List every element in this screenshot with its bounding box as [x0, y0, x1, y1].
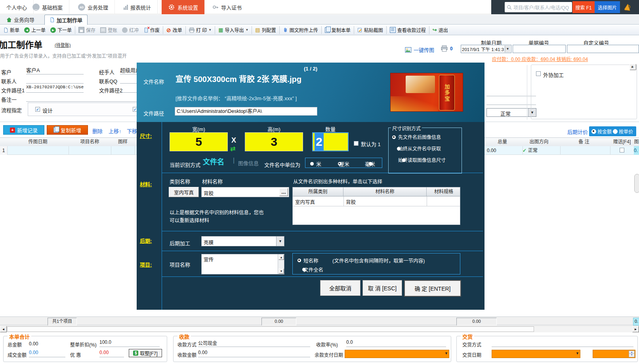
print-button[interactable]: 打 印 ▼	[187, 25, 214, 35]
amounts-summary[interactable]: 应付款：0.00 应收款：690.04 核销后: 690.04	[492, 55, 588, 62]
material-table-row[interactable]: 室内写真 背胶	[293, 196, 460, 206]
current-recog-alt[interactable]: 图像信息	[238, 159, 259, 167]
col-output-direction[interactable]: 出图方向	[520, 138, 558, 146]
balance-date-dropdown[interactable]: ▼	[345, 350, 449, 358]
attachment-upload-button[interactable]: 图文附件上传	[280, 25, 320, 35]
col-project-name[interactable]: 项目名称	[69, 138, 111, 146]
col-extra[interactable]: 图	[634, 138, 639, 146]
col-picture[interactable]: 图样	[111, 138, 135, 146]
date-input[interactable]: 2017/9/1 下午 1:41:3 ▼	[461, 45, 511, 53]
menu-import-certificate[interactable]: 导入证书	[206, 0, 248, 14]
column-config-button[interactable]: ▤ 列配置	[253, 25, 278, 35]
swap-icon[interactable]: ⇄	[230, 145, 235, 152]
paste-screenshot-button[interactable]: 粘贴截图	[355, 25, 385, 35]
col-gift[interactable]: 赠送[F4]	[610, 138, 634, 146]
width-input[interactable]: 5	[170, 132, 228, 151]
receipt-amount-field[interactable]: 0.00	[198, 350, 310, 357]
doc-no-input[interactable]	[513, 45, 566, 53]
outsource-checkbox[interactable]	[536, 71, 541, 76]
scroll-thumb[interactable]	[7, 326, 534, 332]
cell-extra[interactable]: 0.	[634, 146, 639, 155]
import-export-button[interactable]: ▦ 导入导出 ▼	[216, 25, 251, 35]
delivery-date-dropdown[interactable]: ▼	[492, 350, 580, 358]
delete-link[interactable]: 删除	[92, 127, 103, 135]
mat-col-spec[interactable]: 材料规格	[427, 187, 461, 196]
short-name-radio[interactable]	[298, 259, 301, 262]
search-button[interactable]: 搜索 F1	[572, 1, 595, 13]
print-count[interactable]: 0	[441, 45, 453, 52]
add-record-button[interactable]: + 新增记录	[3, 125, 44, 135]
h-scrollbar[interactable]: ◄ ►	[0, 326, 639, 332]
save-button[interactable]: 保存	[76, 25, 98, 35]
note1-field[interactable]	[26, 94, 141, 102]
tab-work-order[interactable]: 加工制作单	[44, 15, 88, 25]
delivery-method-field[interactable]	[492, 339, 633, 347]
deal-amount-field[interactable]: 0.00	[29, 350, 65, 357]
receipt-rate-field[interactable]: 0.0	[346, 339, 446, 347]
new-order-button[interactable]: 新单	[1, 25, 22, 35]
modify-order-button[interactable]: ⊘ 改单	[164, 25, 185, 35]
cell-gift[interactable]	[610, 146, 634, 155]
price-by-unit-radio[interactable]	[613, 129, 618, 134]
move-up-link[interactable]: 上移↑	[109, 127, 122, 135]
unit-m-radio[interactable]	[310, 162, 314, 166]
col-remark[interactable]: 备 注	[558, 138, 610, 146]
price-by-amount-radio[interactable]	[591, 129, 596, 134]
copy-add-button[interactable]: 复制新增	[47, 125, 88, 135]
floating-scroll-pill[interactable]	[634, 174, 639, 193]
off-field[interactable]: 0.00	[99, 350, 124, 357]
copy-order-button[interactable]: 复制本单	[322, 25, 353, 35]
customer-field[interactable]: 客户A	[26, 66, 84, 74]
right-field-1[interactable]	[486, 96, 536, 96]
delivery-time-spinner[interactable]: ▲ ▼	[593, 350, 635, 358]
cell-upload-date[interactable]	[7, 146, 69, 155]
exit-button[interactable]: ↪ 退出	[430, 25, 450, 35]
cancel-all-button[interactable]: 全部取消	[320, 280, 361, 296]
void-button[interactable]: × 作废	[141, 25, 162, 35]
scroll-left-button[interactable]: ◄	[0, 326, 7, 332]
scroll-up-icon[interactable]: ▲	[278, 255, 284, 260]
cell-picture[interactable]	[111, 146, 135, 155]
post-process-dropdown[interactable]: 亮膜 ▼	[201, 236, 284, 246]
cancel-button[interactable]: 取 消 [ESC]	[362, 280, 402, 296]
custom-no-input[interactable]	[567, 45, 639, 53]
textarea-scrollbar[interactable]: ▲ ▼	[278, 254, 284, 274]
material-input[interactable]: 背胶 …	[201, 187, 289, 197]
ok-button[interactable]: 确 定 [ENTER]	[404, 280, 461, 297]
col-upload-date[interactable]: 传图日期	[7, 138, 69, 146]
cell-total-qty[interactable]: 0.00	[484, 146, 523, 155]
status-dropdown[interactable]: 正常 ▼	[486, 108, 536, 117]
default-one-checkbox[interactable]	[354, 141, 359, 146]
horn-icon[interactable]	[623, 2, 633, 13]
col-rownum[interactable]	[0, 138, 8, 146]
mat-col-name[interactable]: 材料名称	[343, 187, 427, 196]
gift-checkbox[interactable]	[620, 148, 624, 152]
recog-radio-1[interactable]	[392, 135, 396, 139]
category-button[interactable]: 室内写真	[169, 187, 199, 197]
cell-output-direction[interactable]: ✓ 正常	[520, 146, 561, 155]
contact-field[interactable]	[26, 75, 84, 84]
right-field-2[interactable]	[486, 105, 536, 105]
view-payment-button[interactable]: 查看收款过程	[387, 25, 428, 35]
receipt-method-field[interactable]: 公司现金	[198, 339, 310, 347]
scroll-right-button[interactable]: ►	[632, 326, 639, 332]
prev-order-button[interactable]: ◄ 上一单	[22, 25, 48, 35]
mat-col-category[interactable]: 所属类别	[293, 187, 343, 196]
menu-report-statistics[interactable]: 报表统计	[117, 0, 158, 14]
collapse-button[interactable]: «	[629, 64, 636, 70]
current-recog-value[interactable]: 文件名	[203, 156, 224, 166]
status-badge[interactable]: (待登账)	[55, 42, 71, 48]
height-input[interactable]: 3	[245, 132, 303, 151]
tab-business-wizard[interactable]: 业务向导	[2, 15, 39, 25]
menu-system-settings[interactable]: 系统设置	[162, 0, 205, 14]
project-name-textarea[interactable]: 宣传 ▲ ▼	[201, 254, 284, 274]
qty-input[interactable]: 2	[312, 132, 349, 151]
menu-base-archives[interactable]: 基础档案	[26, 0, 69, 14]
round-button[interactable]: $ 取整[F7]	[129, 349, 162, 357]
next-order-button[interactable]: ► 下一单	[48, 25, 74, 35]
col-total-qty[interactable]: 总量	[484, 138, 521, 146]
cell-remark[interactable]	[558, 146, 610, 155]
file-path-input[interactable]: C:\Users\Administrator\Desktop\客户A\	[175, 107, 317, 116]
global-search-input[interactable]: 项目/客户/联系人/电话/QQ	[505, 2, 572, 12]
one-key-send-button[interactable]: 一键传图	[405, 46, 434, 53]
